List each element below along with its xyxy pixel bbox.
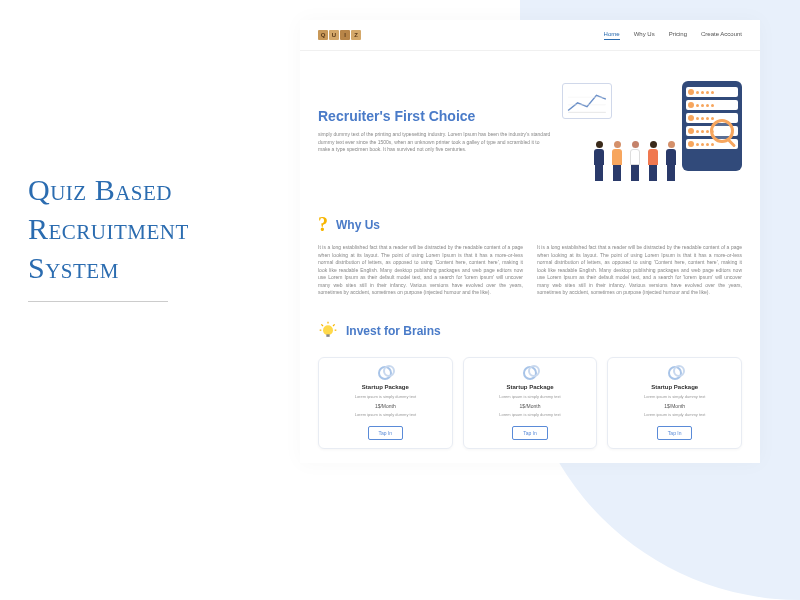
why-us-title: Why Us (336, 218, 380, 232)
pricing-card: Startup Package Lorem ipsum is simply du… (463, 357, 598, 449)
pricing-card: Startup Package Lorem ipsum is simply du… (318, 357, 453, 449)
left-panel: Quiz Based Recruitment System (28, 170, 258, 302)
question-icon: ? (318, 213, 328, 236)
hero-section: Recruiter's First Choice simply dummy te… (300, 51, 760, 201)
bulb-icon (318, 321, 338, 341)
nav-pricing[interactable]: Pricing (669, 31, 687, 40)
logo-letter: U (329, 30, 339, 40)
card-text: Lorem ipsum is simply dummy text (325, 394, 446, 400)
package-icon (378, 366, 392, 380)
pricing-card: Startup Package Lorem ipsum is simply du… (607, 357, 742, 449)
why-us-col1: It is a long established fact that a rea… (318, 244, 523, 297)
invest-section: Invest for Brains (300, 309, 760, 353)
tap-in-button[interactable]: Tap In (368, 426, 404, 440)
package-icon (668, 366, 682, 380)
svg-point-3 (323, 325, 333, 335)
svg-line-6 (321, 324, 323, 326)
card-price: 1$/Month (614, 403, 735, 409)
package-icon (523, 366, 537, 380)
card-text: Lorem ipsum is simply dummy text (325, 412, 446, 418)
svg-rect-4 (326, 334, 329, 337)
card-title: Startup Package (325, 384, 446, 390)
logo-letter: Q (318, 30, 328, 40)
logo[interactable]: Q U I Z (318, 30, 361, 40)
people-icon (592, 141, 678, 181)
card-text: Lorem ipsum is simply dummy text (614, 412, 735, 418)
nav-create-account[interactable]: Create Account (701, 31, 742, 40)
chart-icon (562, 83, 612, 119)
website-preview: Q U I Z Home Why Us Pricing Create Accou… (300, 20, 760, 463)
why-us-section: ? Why Us It is a long established fact t… (300, 201, 760, 309)
svg-line-7 (333, 324, 335, 326)
nav-home[interactable]: Home (604, 31, 620, 40)
logo-letter: I (340, 30, 350, 40)
card-text: Lorem ipsum is simply dummy text (470, 394, 591, 400)
page-title: Quiz Based Recruitment System (28, 170, 258, 287)
hero-text: Recruiter's First Choice simply dummy te… (318, 108, 552, 153)
card-price: 1$/Month (325, 403, 446, 409)
hero-title: Recruiter's First Choice (318, 108, 552, 125)
pricing-cards: Startup Package Lorem ipsum is simply du… (300, 353, 760, 463)
card-title: Startup Package (614, 384, 735, 390)
card-text: Lorem ipsum is simply dummy text (470, 412, 591, 418)
nav-links: Home Why Us Pricing Create Account (604, 31, 742, 40)
hero-illustration (562, 81, 742, 181)
hero-body: simply dummy text of the printing and ty… (318, 131, 552, 154)
tap-in-button[interactable]: Tap In (512, 426, 548, 440)
navbar: Q U I Z Home Why Us Pricing Create Accou… (300, 20, 760, 51)
nav-why-us[interactable]: Why Us (634, 31, 655, 40)
logo-letter: Z (351, 30, 361, 40)
card-price: 1$/Month (470, 403, 591, 409)
invest-title: Invest for Brains (346, 324, 441, 338)
card-text: Lorem ipsum is simply dummy text (614, 394, 735, 400)
tap-in-button[interactable]: Tap In (657, 426, 693, 440)
card-title: Startup Package (470, 384, 591, 390)
title-underline (28, 301, 168, 302)
magnifier-icon (710, 119, 734, 143)
why-us-col2: It is a long established fact that a rea… (537, 244, 742, 297)
